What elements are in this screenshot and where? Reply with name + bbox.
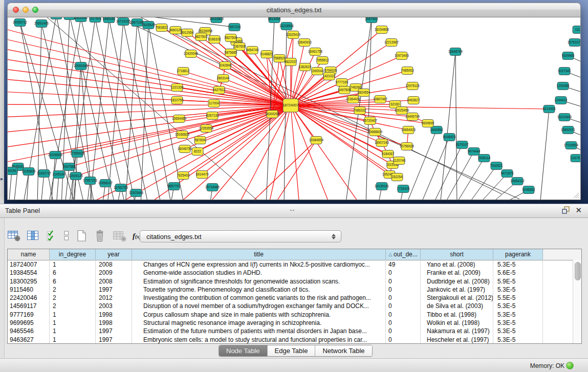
graph-node[interactable]: 9857791: [168, 183, 181, 190]
graph-node[interactable]: 2935114: [478, 155, 491, 162]
network-canvas[interactable]: 1872400724055712206914061065328715276026…: [7, 17, 581, 200]
graph-node[interactable]: 17957253: [83, 177, 98, 185]
column-header-in_degree[interactable]: in_degree: [50, 249, 96, 260]
graph-node[interactable]: 7663822: [156, 24, 168, 32]
table-scrollbar[interactable]: [573, 260, 581, 343]
graph-node[interactable]: 20053346: [74, 62, 89, 70]
column-header-year[interactable]: year: [96, 249, 132, 260]
graph-node[interactable]: 18907243: [375, 139, 389, 147]
graph-node[interactable]: 9699695: [422, 120, 434, 127]
table-row[interactable]: 1456911722003Disruption of a novel membe…: [8, 302, 581, 310]
close-panel-icon[interactable]: ✕: [575, 206, 582, 214]
tab-network-table[interactable]: Network Table: [315, 345, 372, 356]
graph-node[interactable]: 16961758: [308, 48, 323, 56]
graph-node[interactable]: 9777169: [336, 79, 349, 86]
table-selector[interactable]: citations_edges.txt: [140, 230, 341, 243]
column-header-name[interactable]: name: [8, 249, 50, 260]
splitter-handle[interactable]: [290, 209, 295, 211]
graph-node[interactable]: 10807467: [373, 96, 388, 103]
graph-node[interactable]: 16648784: [448, 48, 463, 56]
graph-node[interactable]: 1112: [573, 26, 580, 34]
graph-node[interactable]: 9146821: [260, 51, 273, 58]
graph-node[interactable]: 21364436: [346, 96, 361, 103]
hub-node[interactable]: 18724007: [282, 99, 298, 112]
tab-node-table[interactable]: Node Table: [219, 345, 268, 356]
graph-node[interactable]: 9184067: [382, 150, 395, 158]
graph-node[interactable]: 17359928: [70, 150, 85, 158]
show-columns-icon[interactable]: [27, 230, 40, 242]
graph-node[interactable]: 9463627: [407, 97, 420, 104]
graph-node[interactable]: 7986332: [354, 107, 366, 115]
graph-node[interactable]: 12353554: [199, 125, 214, 133]
graph-node[interactable]: 6379197: [456, 141, 469, 149]
graph-node[interactable]: 1244413: [555, 97, 568, 104]
float-panel-icon[interactable]: [562, 206, 570, 214]
network-window-titlebar[interactable]: citations_edges.txt: [7, 3, 581, 17]
graph-node[interactable]: 8186328: [208, 36, 221, 43]
graph-node[interactable]: 9827508: [225, 34, 237, 42]
graph-node[interactable]: 8213953: [543, 105, 556, 113]
graph-node[interactable]: 15892971: [561, 126, 576, 134]
graph-node[interactable]: 16782753: [114, 184, 128, 192]
clear-selection-icon[interactable]: [63, 230, 70, 242]
graph-node[interactable]: 15751074: [568, 39, 580, 47]
graph-node[interactable]: 15166825: [175, 131, 190, 139]
graph-node[interactable]: 10719155: [116, 18, 131, 26]
graph-node[interactable]: 12975115: [405, 82, 420, 90]
graph-node[interactable]: 15718485: [205, 184, 220, 191]
table-row[interactable]: 969969511998Structural magnetic resonanc…: [8, 319, 581, 327]
column-header-title[interactable]: title: [132, 249, 386, 260]
graph-node[interactable]: [51, 17, 62, 19]
graph-node[interactable]: 11156839: [21, 168, 36, 176]
graph-node[interactable]: 19384554: [309, 137, 324, 144]
graph-node[interactable]: 117004: [208, 100, 220, 107]
graph-node[interactable]: 8471676: [501, 170, 514, 178]
graph-node[interactable]: 8822037: [285, 58, 297, 66]
table-row[interactable]: 946554611997Estimation of the future num…: [8, 327, 581, 335]
memory-status-icon[interactable]: [566, 362, 574, 369]
graph-node[interactable]: 1221338: [171, 84, 184, 92]
graph-node[interactable]: 10025458: [395, 107, 409, 115]
select-all-icon[interactable]: [46, 230, 57, 242]
graph-node[interactable]: 1145194: [53, 171, 66, 179]
graph-node[interactable]: 6466160: [103, 17, 116, 23]
table-row[interactable]: 1872400712008Changes of HCN gene express…: [8, 260, 581, 269]
graph-node[interactable]: 1990044: [311, 68, 324, 75]
resize-grip-icon[interactable]: [573, 192, 579, 199]
graph-node[interactable]: 1209358: [557, 82, 570, 90]
graph-node[interactable]: 20206506: [48, 151, 63, 159]
graph-node[interactable]: 10756928: [400, 143, 415, 150]
graph-node[interactable]: 7625402: [177, 172, 190, 180]
graph-node[interactable]: 15720407: [363, 117, 378, 125]
graph-node[interactable]: 9397588: [63, 163, 76, 171]
graph-node[interactable]: 9242848: [219, 62, 232, 70]
table-row[interactable]: 911546021997Tourette syndrome. Phenomeno…: [8, 286, 581, 294]
graph-node[interactable]: 1120746: [393, 157, 406, 165]
graph-node[interactable]: 16210643: [557, 114, 572, 121]
graph-node[interactable]: 8222: [192, 148, 203, 156]
graph-node[interactable]: 10654985: [172, 115, 187, 123]
graph-node[interactable]: 39159: [8, 167, 17, 175]
graph-node[interactable]: 9227341: [558, 68, 571, 75]
graph-node[interactable]: 6497508: [338, 86, 351, 94]
column-header-pagerank[interactable]: pagerank: [493, 249, 543, 260]
graph-node[interactable]: 20691406: [34, 20, 49, 28]
graph-node[interactable]: 7857224: [228, 24, 241, 31]
delete-selected-icon[interactable]: [94, 230, 107, 242]
graph-node[interactable]: 2803144: [217, 75, 230, 82]
graph-node[interactable]: 10653287: [74, 17, 89, 22]
graph-node[interactable]: 2687662: [365, 17, 378, 23]
graph-node[interactable]: 8813054: [268, 17, 281, 23]
graph-node[interactable]: 13640910: [297, 39, 312, 47]
scrollbar-thumb[interactable]: [575, 262, 581, 280]
graph-node[interactable]: 6914479: [196, 171, 209, 179]
graph-node[interactable]: 1421022: [323, 73, 336, 80]
graph-node[interactable]: 10958107: [98, 180, 113, 187]
graph-node[interactable]: 9660125: [169, 27, 182, 34]
graph-node[interactable]: 17016504: [564, 142, 579, 149]
graph-node[interactable]: 16046756: [178, 145, 192, 153]
table-settings-icon[interactable]: [7, 230, 21, 242]
graph-node[interactable]: 10654112: [510, 178, 525, 185]
graph-node[interactable]: 12213967: [384, 39, 399, 47]
graph-node[interactable]: 9474444: [468, 148, 481, 156]
